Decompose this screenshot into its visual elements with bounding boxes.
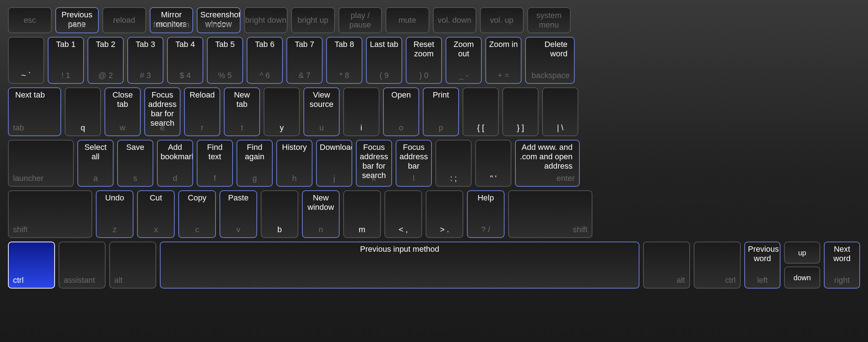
cut-key[interactable]: Cutx [137,190,175,238]
downloads-key[interactable]: Downloadsj [316,140,352,187]
key-m-key[interactable]: m [343,190,381,238]
previous-pane-key[interactable]: Previous paneback [55,7,99,33]
add-bookmark-key[interactable]: Add bookmarkd [157,140,193,187]
assistant-key[interactable]: assistant [59,242,106,289]
next-tab-key[interactable]: Next tabtab [8,87,61,136]
tab-5-key[interactable]: Tab 5% 5 [207,37,243,84]
key-quote-key[interactable]: " ' [475,140,511,187]
key-glyph: k [357,174,391,183]
system-menu-key[interactable]: system menu [527,7,571,33]
bright-down-key[interactable]: bright down [244,7,288,33]
new-tab-key[interactable]: New tabt [224,87,260,136]
zoom-in-key[interactable]: Zoom in+ = [485,37,522,84]
shortcut-label: Next word [825,244,859,263]
arrow-up-key[interactable]: up [784,242,820,264]
key-backslash-key[interactable]: | \ [542,87,578,136]
ctrl-right-key[interactable]: ctrl [694,242,741,289]
open-key[interactable]: Openo [383,87,419,136]
tab-1-key[interactable]: Tab 1! 1 [48,37,84,84]
shortcut-label: Tab 3 [128,40,163,49]
new-window-key[interactable]: New windown [302,190,340,238]
tab-7-key[interactable]: Tab 7& 7 [286,37,323,84]
arrow-right-key[interactable]: Next word right [824,242,860,289]
screenshot-window-key[interactable]: Screenshot windowwindow [197,7,241,33]
shift-left-key[interactable]: shift [8,190,92,238]
key-glyph: ) 0 [407,71,441,80]
key-glyph: d [158,174,192,183]
tab-6-key[interactable]: Tab 6^ 6 [247,37,283,84]
close-tab-key[interactable]: Close tabw [105,87,141,136]
focus-address-key[interactable]: Focus address barl [396,140,432,187]
find-text-key[interactable]: Find textf [197,140,233,187]
key-glyph: " ' [476,174,511,183]
shortcut-label: Reset zoom [407,40,441,59]
key-glyph: vol. up [481,16,523,25]
focus-address-search-2-key[interactable]: Focus address bar for searchk [356,140,392,187]
shortcut-label: Find text [197,143,232,161]
bottom-letter-row: shiftUndozCutxCopycPastevbNew windownm< … [8,190,860,238]
vol-down-key[interactable]: vol. down [433,7,477,33]
tab-4-key[interactable]: Tab 4$ 4 [167,37,203,84]
key-lbracket-key[interactable]: { [ [463,87,499,136]
key-q-key[interactable]: q [65,87,101,136]
number-row: ~ `Tab 1! 1Tab 2@ 2Tab 3# 3Tab 4$ 4Tab 5… [8,37,860,84]
zoom-out-key[interactable]: Zoom out_ - [446,37,482,84]
alt-right-key[interactable]: alt [643,242,690,289]
shortcut-label: Tab 4 [168,40,203,49]
key-glyph: vol. down [434,16,476,25]
last-tab-key[interactable]: Last tab( 9 [366,37,402,84]
undo-key[interactable]: Undoz [96,190,133,238]
key-glyph: ~ ` [9,71,43,80]
arrow-left-key[interactable]: Previous word left [744,242,780,289]
key-comma-key[interactable]: < , [384,190,422,238]
key-glyph: ? / [468,225,504,234]
tab-8-key[interactable]: Tab 8* 8 [326,37,362,84]
key-glyph: esc [9,16,51,25]
key-semicolon-key[interactable]: : ; [435,140,472,187]
launcher-key[interactable]: launcher [8,140,74,187]
key-rbracket-key[interactable]: } ] [502,87,539,136]
add-www-com-key[interactable]: Add www. and .com and open addressenter [515,140,580,187]
delete-word-key[interactable]: Delete wordbackspace [525,37,575,84]
key-b-key[interactable]: b [261,190,298,238]
key-glyph: c [179,225,215,234]
select-all-key[interactable]: Select alla [77,140,114,187]
mute-key[interactable]: mute [386,7,429,33]
backtick-key[interactable]: ~ ` [8,37,44,84]
shortcut-label: Tab 1 [48,40,83,49]
shift-right-key[interactable]: shift [508,190,592,238]
copy-key[interactable]: Copyc [178,190,216,238]
save-key[interactable]: Saves [117,140,153,187]
vol-up-key[interactable]: vol. up [480,7,524,33]
key-period-key[interactable]: > . [426,190,463,238]
print-key[interactable]: Printp [423,87,459,136]
space-key[interactable]: Previous input method [160,242,639,289]
tab-2-key[interactable]: Tab 2@ 2 [88,37,124,84]
shortcut-label: Find again [237,143,272,161]
key-y-key[interactable]: y [264,87,300,136]
ctrl-left-key[interactable]: ctrl [8,242,55,289]
reload-key[interactable]: Reloadr [184,87,220,136]
reload-fn-key[interactable]: reload [102,7,146,33]
bright-up-key[interactable]: bright up [291,7,335,33]
key-glyph: z [97,225,133,234]
key-glyph: ctrl [13,276,24,285]
history-key[interactable]: Historyh [276,140,312,187]
mirror-monitors-key[interactable]: Mirror monitorsfull screen [150,7,193,33]
reset-zoom-key[interactable]: Reset zoom) 0 [406,37,442,84]
play-pause-key[interactable]: play / pause [339,7,382,33]
arrow-down-key[interactable]: down [784,267,820,289]
esc-key[interactable]: esc [8,7,52,33]
help-key[interactable]: Help? / [467,190,505,238]
tab-3-key[interactable]: Tab 3# 3 [127,37,163,84]
shortcut-label: Cut [138,193,174,203]
key-i-key[interactable]: i [343,87,379,136]
focus-address-search-key[interactable]: Focus address bar for searche [144,87,180,136]
paste-key[interactable]: Pastev [220,190,257,238]
find-again-key[interactable]: Find againg [237,140,273,187]
key-glyph: } ] [503,123,538,133]
alt-left-key[interactable]: alt [109,242,156,289]
key-glyph: o [384,123,418,133]
view-source-key[interactable]: View sourceu [303,87,340,136]
shortcut-label: Tab 8 [327,40,362,49]
